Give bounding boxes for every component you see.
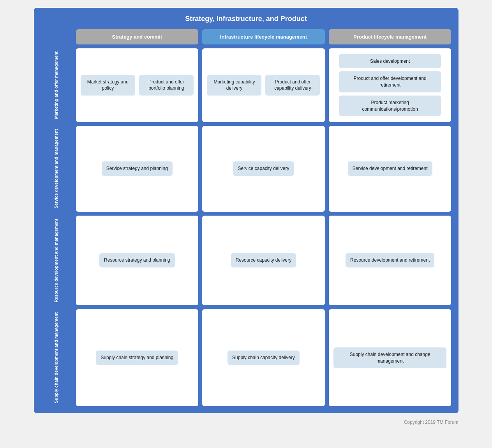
main-container: Strategy, Infrastructure, and Product St… (34, 8, 458, 413)
inner-resource-capacity: Resource capacity delivery (231, 253, 296, 267)
copyright: Copyright 2019 TM Forum (34, 420, 458, 425)
inner-supply-dev-change: Supply chain development and change mana… (333, 347, 447, 368)
inner-service-dev-retirement: Service development and retirement (348, 161, 432, 176)
cell-service-capacity: Service capacity delivery (202, 126, 325, 212)
inner-product-marketing-comms: Product marketing communications/promoti… (339, 96, 441, 117)
inner-resource-strategy: Resource strategy and planning (99, 253, 175, 267)
cell-marketing-product: Sales development Product and offer deve… (329, 48, 451, 122)
cell-marketing-infra: Marketing capability delivery Product an… (202, 48, 325, 122)
cell-resource-strategy: Resource strategy and planning (76, 216, 199, 306)
inner-product-portfolio: Product and offer portfolio planning (139, 75, 194, 96)
inner-product-offer-dev: Product and offer development and retire… (339, 71, 441, 92)
main-title: Strategy, Infrastructure, and Product (41, 15, 451, 23)
cell-resource-capacity: Resource capacity delivery (202, 216, 325, 306)
inner-marketing-capability: Marketing capability delivery (207, 75, 261, 96)
inner-service-capacity: Service capacity delivery (233, 161, 294, 176)
row-label-resource: Resource development and management (41, 216, 72, 306)
col-header-strategy: Strategy and commit (76, 29, 199, 44)
cell-supply-product: Supply chain development and change mana… (329, 309, 451, 406)
inner-resource-dev-retirement: Resource development and retirement (346, 253, 434, 267)
row-label-marketing: Marketing and offer management (41, 48, 72, 122)
cell-supply-strategy: Supply chain strategy and planning (76, 309, 199, 406)
cell-service-product: Service development and retirement (329, 126, 451, 212)
row-label-supply: Supply chain development and management (41, 309, 72, 406)
cell-service-strategy: Service strategy and planning (76, 126, 199, 212)
grid-layout: Strategy and commit Infrastructure lifec… (41, 29, 451, 406)
inner-sales-dev: Sales development (339, 54, 441, 69)
inner-supply-strategy: Supply chain strategy and planning (96, 351, 178, 365)
row-label-service: Service development and management (41, 126, 72, 212)
col-header-infrastructure: Infrastructure lifecycle management (202, 29, 325, 44)
header-empty-cell (41, 29, 72, 44)
inner-supply-capacity: Supply chain capacity delivery (227, 351, 300, 365)
inner-service-strategy: Service strategy and planning (102, 161, 173, 176)
col-header-product: Product lifecycle management (329, 29, 451, 44)
cell-resource-product: Resource development and retirement (329, 216, 451, 306)
inner-market-strategy: Market strategy and policy (81, 75, 135, 96)
cell-marketing-strategy: Market strategy and policy Product and o… (76, 48, 199, 122)
inner-product-capability: Product and offer capability delivery (265, 75, 320, 96)
cell-supply-capacity: Supply chain capacity delivery (202, 309, 325, 406)
